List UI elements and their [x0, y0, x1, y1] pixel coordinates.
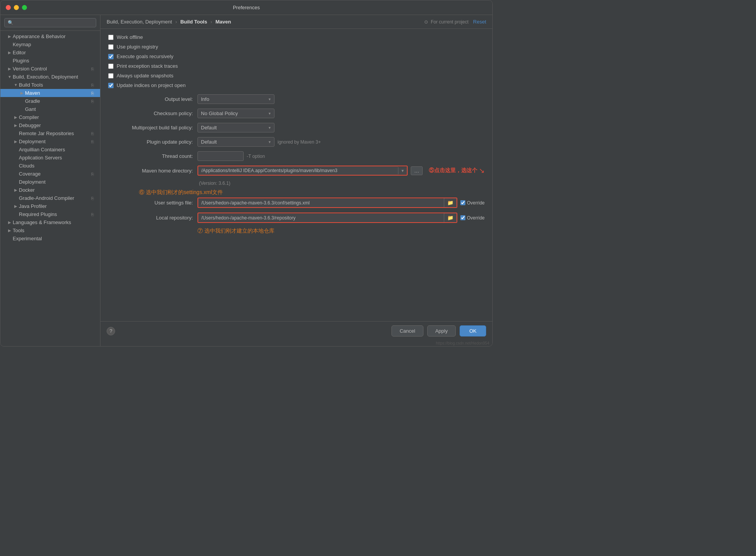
- apply-button[interactable]: Apply: [427, 325, 456, 337]
- sidebar-item-label: Appearance & Behavior: [13, 33, 97, 39]
- multiproject-label: Multiproject build fail policy:: [108, 125, 193, 131]
- sidebar-item-remote-jar[interactable]: Remote Jar Repositories ⎘: [0, 129, 100, 137]
- ok-button[interactable]: OK: [460, 325, 486, 337]
- sidebar-item-gradle[interactable]: Gradle ⎘: [0, 97, 100, 105]
- sidebar-item-experimental[interactable]: Experimental: [0, 234, 100, 243]
- search-input[interactable]: [4, 18, 96, 27]
- sidebar-item-compiler[interactable]: ▶ Compiler: [0, 113, 100, 121]
- sidebar-item-plugins[interactable]: Plugins: [0, 57, 100, 65]
- local-repo-input[interactable]: [198, 214, 444, 222]
- annotation-6-row: ⑥ 选中我们刚才的settings.xml文件: [108, 189, 485, 196]
- sidebar-item-arquillian[interactable]: Arquillian Containers: [0, 146, 100, 154]
- panel-header: Build, Execution, Deployment › Build Too…: [100, 15, 492, 29]
- sidebar-search-container: [0, 15, 100, 31]
- multiproject-dropdown-wrapper: Default Always Never: [197, 123, 274, 132]
- thread-count-input[interactable]: [197, 151, 244, 161]
- cancel-button[interactable]: Cancel: [391, 325, 423, 337]
- annotation-5: ⑤点击这里，选这个 ↘: [429, 166, 485, 175]
- print-exception-checkbox[interactable]: [108, 64, 114, 69]
- maven-home-row: Maven home directory: ▼ … ⑤点击这里，选这个 ↘: [108, 166, 485, 176]
- thread-count-label: Thread count:: [108, 153, 193, 159]
- maven-home-section: Maven home directory: ▼ … ⑤点击这里，选这个 ↘: [108, 166, 485, 186]
- output-level-label: Output level:: [108, 96, 193, 102]
- help-button[interactable]: ?: [107, 327, 115, 335]
- checkbox-use-plugin: Use plugin registry: [108, 44, 485, 50]
- user-settings-input-wrapper: 📁: [197, 198, 457, 208]
- plugin-update-select[interactable]: Default Always Never: [197, 137, 274, 147]
- maven-home-dropdown-btn[interactable]: ▼: [398, 167, 407, 174]
- minimize-button[interactable]: [14, 5, 19, 10]
- always-update-checkbox[interactable]: [108, 73, 114, 79]
- sidebar-item-coverage[interactable]: Coverage ⎘: [0, 170, 100, 178]
- sidebar-item-build-execution[interactable]: ▼ Build, Execution, Deployment: [0, 73, 100, 81]
- user-settings-override: Override: [460, 200, 485, 206]
- local-repo-override-checkbox[interactable]: [460, 215, 465, 220]
- sidebar-item-gradle-android[interactable]: Gradle-Android Compiler ⎘: [0, 194, 100, 202]
- sidebar-item-label: Application Servers: [19, 155, 97, 161]
- checkbox-work-offline: Work offline: [108, 34, 485, 40]
- local-repo-browse-btn[interactable]: 📁: [444, 213, 457, 222]
- output-level-dropdown-wrapper: Info Debug Quiet: [197, 94, 274, 104]
- copy-icon: ⎘: [91, 83, 97, 87]
- copy-icon: ⎘: [91, 99, 97, 104]
- copy-icon: ⎘: [91, 196, 97, 201]
- user-settings-override-checkbox[interactable]: [460, 200, 465, 205]
- sidebar-item-label: Languages & Frameworks: [13, 219, 97, 225]
- sidebar-item-deployment[interactable]: ▶ Deployment ⎘: [0, 137, 100, 146]
- use-plugin-registry-checkbox[interactable]: [108, 44, 114, 50]
- title-bar: Preferences: [0, 0, 492, 15]
- sidebar-item-version-control[interactable]: ▶ Version Control ⎘: [0, 65, 100, 73]
- sidebar-item-label: Arquillian Containers: [19, 147, 97, 152]
- breadcrumb: Build, Execution, Deployment › Build Too…: [107, 19, 231, 25]
- sidebar-item-required-plugins[interactable]: Required Plugins ⎘: [0, 210, 100, 218]
- update-indices-checkbox[interactable]: [108, 83, 114, 88]
- sidebar-item-deployment2[interactable]: Deployment: [0, 178, 100, 186]
- sidebar-item-label: Docker: [19, 187, 97, 193]
- execute-goals-checkbox[interactable]: [108, 54, 114, 59]
- work-offline-checkbox[interactable]: [108, 35, 114, 40]
- sidebar-item-clouds[interactable]: Clouds: [0, 162, 100, 170]
- sidebar-item-build-tools[interactable]: ▼ Build Tools ⎘: [0, 81, 100, 89]
- maximize-button[interactable]: [22, 5, 27, 10]
- local-repo-input-wrapper: 📁: [197, 213, 457, 223]
- breadcrumb-part3: Maven: [216, 19, 231, 25]
- arrow-icon: ▶: [7, 220, 13, 224]
- maven-home-browse-btn[interactable]: …: [411, 166, 423, 175]
- maven-home-input[interactable]: [198, 166, 398, 175]
- sidebar-item-java-profiler[interactable]: ▶ Java Profiler: [0, 202, 100, 210]
- checksum-select[interactable]: No Global Policy Strict Lax Warn Fail: [197, 109, 274, 118]
- sidebar-item-debugger[interactable]: ▶ Debugger: [0, 121, 100, 129]
- output-level-control: Info Debug Quiet: [197, 94, 485, 104]
- window-controls: [6, 5, 27, 10]
- sidebar-item-app-servers[interactable]: Application Servers: [0, 154, 100, 162]
- sidebar-item-tools[interactable]: ▶ Tools: [0, 226, 100, 234]
- output-level-select[interactable]: Info Debug Quiet: [197, 94, 274, 104]
- copy-icon: ⎘: [91, 139, 97, 144]
- checksum-policy-row: Checksum policy: No Global Policy Strict…: [108, 109, 485, 118]
- reset-link[interactable]: Reset: [473, 19, 486, 25]
- print-exception-label: Print exception stack traces: [117, 63, 178, 69]
- checksum-dropdown-wrapper: No Global Policy Strict Lax Warn Fail: [197, 109, 274, 118]
- multiproject-select[interactable]: Default Always Never: [197, 123, 274, 132]
- sidebar-item-keymap[interactable]: Keymap: [0, 40, 100, 49]
- sidebar-tree: ▶ Appearance & Behavior Keymap ▶ Editor …: [0, 31, 100, 346]
- sidebar-item-gant[interactable]: Gant: [0, 105, 100, 113]
- project-icon: ⊙: [424, 19, 428, 25]
- sidebar-item-label: Maven: [25, 90, 91, 96]
- sidebar-item-appearance[interactable]: ▶ Appearance & Behavior: [0, 32, 100, 40]
- footer-right: Cancel Apply OK: [391, 325, 486, 337]
- sidebar-item-docker[interactable]: ▶ Docker: [0, 186, 100, 194]
- local-repo-row: Local repository: 📁 Override: [108, 213, 485, 223]
- panel-footer: ? Cancel Apply OK: [100, 321, 492, 340]
- user-settings-input[interactable]: [198, 199, 444, 207]
- sidebar-item-label: Keymap: [13, 42, 97, 47]
- sidebar-item-languages[interactable]: ▶ Languages & Frameworks: [0, 218, 100, 226]
- local-repo-label: Local repository:: [108, 215, 193, 221]
- copy-icon: ⎘: [91, 131, 97, 136]
- user-settings-browse-btn[interactable]: 📁: [444, 198, 457, 207]
- sidebar-item-editor[interactable]: ▶ Editor: [0, 49, 100, 57]
- close-button[interactable]: [6, 5, 11, 10]
- footer-left: ?: [107, 327, 115, 335]
- sidebar-item-maven[interactable]: ▶ Maven ⎘: [0, 89, 100, 97]
- sidebar-item-label: Plugins: [13, 58, 97, 64]
